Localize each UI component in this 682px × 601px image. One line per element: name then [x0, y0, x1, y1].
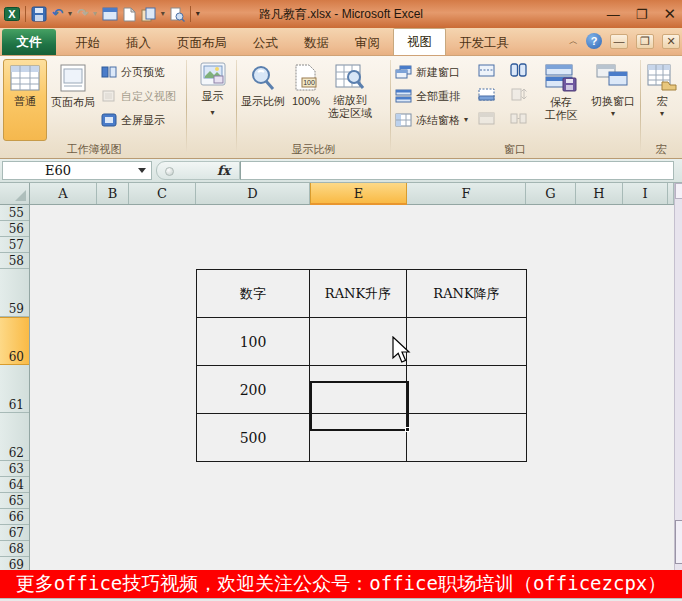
collapse-ribbon-icon[interactable]: ︿	[569, 35, 578, 48]
tab-data[interactable]: 数据	[291, 31, 342, 55]
save-workspace-button[interactable]: 保存 工作区	[538, 59, 584, 141]
row-header-65[interactable]: 65	[0, 493, 29, 509]
data-table: 数字 RANK升序 RANK降序 100 200 500	[196, 269, 527, 462]
custom-views-label: 自定义视图	[121, 89, 176, 104]
view-side-by-side-icon	[510, 63, 527, 77]
minimize-button[interactable]: —	[607, 7, 620, 22]
reset-window-position-button	[509, 109, 528, 127]
excel-window: X ↶ ▾ ↷ ▾ ▾ ▾ 路凡教育.xlsx - Microsoft Exce…	[0, 0, 682, 601]
cell-D59[interactable]: 数字	[197, 270, 310, 318]
insert-function-icon[interactable]: fx	[217, 163, 230, 178]
formula-input[interactable]	[240, 161, 674, 180]
column-header-D[interactable]: D	[196, 183, 310, 204]
workbook-close-button[interactable]: ✕	[662, 34, 680, 49]
save-workspace-label-2: 工作区	[545, 109, 578, 122]
name-box-dropdown-icon[interactable]	[138, 168, 146, 173]
column-header-H[interactable]: H	[576, 183, 623, 204]
freeze-panes-icon	[395, 113, 412, 127]
page-layout-view-button[interactable]: 页面布局	[49, 59, 97, 141]
cell-F61[interactable]	[407, 366, 526, 414]
cell-F59[interactable]: RANK降序	[407, 270, 526, 318]
hide-window-button[interactable]	[477, 85, 496, 103]
help-icon[interactable]: ?	[586, 33, 602, 49]
macros-button[interactable]: 宏 ▾	[645, 59, 679, 141]
column-header-E[interactable]: E	[310, 183, 407, 205]
name-box[interactable]: E60	[2, 161, 152, 180]
tab-review[interactable]: 审阅	[342, 31, 393, 55]
fill-handle[interactable]	[405, 427, 410, 432]
show-label: 显示	[202, 90, 224, 103]
formula-bar: E60 fx	[0, 159, 682, 183]
ribbon-tab-row: 文件 开始 插入 页面布局 公式 数据 审阅 视图 开发工具 ︿ ? — ❐ ✕	[0, 28, 682, 56]
zoom-icon	[249, 64, 277, 91]
row-header-59[interactable]: 59	[0, 269, 29, 317]
cell-D60[interactable]: 100	[197, 318, 310, 366]
normal-view-button[interactable]: 普通	[3, 59, 47, 141]
zoom-to-selection-label-2: 选定区域	[328, 107, 372, 120]
row-header-66[interactable]: 66	[0, 509, 29, 525]
scrollbar-thumb[interactable]	[675, 520, 682, 564]
row-header-57[interactable]: 57	[0, 237, 29, 253]
split-button[interactable]	[477, 61, 496, 79]
column-header-A[interactable]: A	[30, 183, 97, 204]
column-header-C[interactable]: C	[129, 183, 196, 204]
tab-insert[interactable]: 插入	[113, 31, 164, 55]
new-window-button[interactable]: 新建窗口	[395, 62, 460, 82]
column-header-I[interactable]: I	[623, 183, 668, 204]
row-header-64[interactable]: 64	[0, 477, 29, 493]
column-header-B[interactable]: B	[97, 183, 129, 204]
group-label-window: 窗口	[392, 142, 638, 156]
column-header-G[interactable]: G	[526, 183, 576, 204]
tab-view[interactable]: 视图	[393, 28, 446, 55]
arrange-all-button[interactable]: 全部重排	[395, 86, 460, 106]
cell-D61[interactable]: 200	[197, 366, 310, 414]
zoom-100-button[interactable]: 100 100%	[288, 59, 324, 141]
row-header-62[interactable]: 62	[0, 413, 29, 461]
freeze-panes-dropdown-icon: ▾	[464, 116, 468, 124]
synchronous-scrolling-icon	[510, 87, 527, 101]
switch-windows-icon	[596, 64, 630, 91]
cell-F60[interactable]	[407, 318, 526, 366]
full-screen-button[interactable]: 全屏显示	[101, 110, 165, 130]
freeze-panes-label: 冻结窗格	[416, 113, 460, 128]
tab-formulas[interactable]: 公式	[240, 31, 291, 55]
row-header-68[interactable]: 68	[0, 541, 29, 557]
view-side-by-side-button[interactable]	[509, 61, 528, 79]
tab-file[interactable]: 文件	[2, 29, 56, 55]
row-header-56[interactable]: 56	[0, 221, 29, 237]
row-header-61[interactable]: 61	[0, 365, 29, 413]
close-button[interactable]: ✕	[663, 5, 676, 23]
formula-options-icon	[165, 167, 174, 176]
cell-D62[interactable]: 500	[197, 414, 310, 462]
freeze-panes-button[interactable]: 冻结窗格 ▾	[395, 110, 468, 130]
zoom-to-selection-button[interactable]: 缩放到 选定区域	[324, 59, 376, 141]
tab-page-layout[interactable]: 页面布局	[164, 31, 240, 55]
switch-windows-dropdown-icon: ▾	[611, 110, 615, 118]
page-break-preview-button[interactable]: 分页预览	[101, 62, 165, 82]
show-dropdown-button[interactable]: 显示 ▾	[191, 59, 234, 155]
maximize-button[interactable]: ❐	[636, 7, 648, 22]
row-header-58[interactable]: 58	[0, 253, 29, 269]
vertical-scrollbar[interactable]	[674, 183, 682, 570]
row-header-60[interactable]: 60	[0, 317, 29, 365]
group-label-workbook-views: 工作簿视图	[2, 142, 186, 156]
row-header-55[interactable]: 55	[0, 205, 29, 221]
macros-label: 宏	[657, 95, 668, 108]
unhide-window-icon	[478, 112, 495, 125]
worksheet-area[interactable]: 55 56 57 58 59 60 61 62 63 64 65 66 67 6…	[0, 205, 682, 570]
tab-developer[interactable]: 开发工具	[446, 31, 522, 55]
workbook-minimize-button[interactable]: —	[610, 34, 628, 49]
zoom-button[interactable]: 显示比例	[238, 59, 288, 141]
row-header-63[interactable]: 63	[0, 461, 29, 477]
column-header-F[interactable]: F	[407, 183, 526, 204]
select-all-corner[interactable]	[0, 183, 30, 204]
cell-E59[interactable]: RANK升序	[310, 270, 407, 318]
switch-windows-button[interactable]: 切换窗口 ▾	[588, 59, 638, 141]
tab-home[interactable]: 开始	[62, 31, 113, 55]
arrange-all-icon	[395, 89, 412, 103]
group-separator	[640, 60, 641, 152]
workbook-restore-button[interactable]: ❐	[636, 34, 654, 49]
scroll-up-icon[interactable]	[675, 183, 682, 199]
cell-F62[interactable]	[407, 414, 526, 462]
row-header-67[interactable]: 67	[0, 525, 29, 541]
